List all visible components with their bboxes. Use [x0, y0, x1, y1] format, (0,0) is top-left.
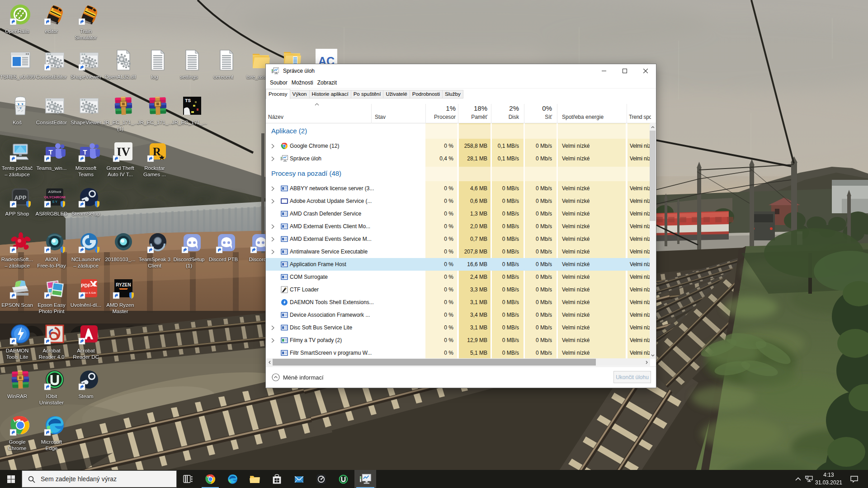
svg-text:TS: TS [185, 98, 191, 103]
svg-text:POLYCHROME: POLYCHROME [44, 195, 66, 199]
svg-text:PDF: PDF [81, 283, 91, 288]
svg-text:T: T [83, 148, 87, 156]
svg-text:ASRock: ASRock [48, 190, 62, 194]
svg-text:RYZEN: RYZEN [116, 282, 131, 287]
svg-text:S Y: S Y [52, 200, 57, 203]
svg-text:T: T [48, 148, 52, 156]
svg-text:APP: APP [14, 194, 27, 201]
svg-text:R: R [153, 145, 161, 158]
